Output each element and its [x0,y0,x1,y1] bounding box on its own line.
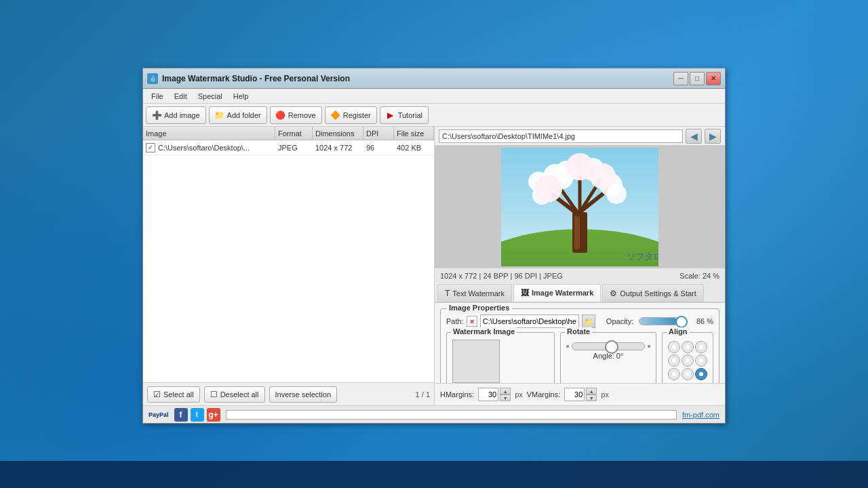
vmargins-label: VMargins: [527,390,561,399]
facebook-icon[interactable]: f [174,408,188,422]
googleplus-icon[interactable]: g+ [207,408,220,422]
opacity-thumb [675,316,688,328]
opacity-slider[interactable] [639,317,684,325]
register-icon: 🔶 [331,110,340,120]
hmargins-px-label: px [515,390,523,399]
preview-image: ソフタロウ [501,148,658,266]
add-image-button[interactable]: ➕ Add image [146,106,206,124]
output-settings-icon: ⚙ [610,289,617,298]
next-image-button[interactable]: ▶ [705,129,721,144]
image-info-text: 1024 x 772 | 24 BPP | 96 DPI | JPEG [440,272,563,280]
vmargins-spinner-buttons: ▲ ▼ [586,388,597,401]
add-folder-button[interactable]: 📁 Add folder [209,106,267,124]
file-cell-image: ✓ C:\Users\softaro\Desktop\... [143,143,275,152]
table-row[interactable]: ✓ C:\Users\softaro\Desktop\... JPEG 1024… [143,140,434,155]
maximize-button[interactable]: □ [690,72,705,85]
minimize-button[interactable]: ─ [673,72,688,85]
hmargins-down-button[interactable]: ▼ [500,394,511,401]
file-list: ✓ C:\Users\softaro\Desktop\... JPEG 1024… [143,140,434,382]
file-cell-dpi: 96 [363,144,394,152]
tutorial-label: Tutorial [398,111,422,119]
margins-row: HMargins: ▲ ▼ px VMargins: ▲ ▼ [435,383,725,405]
window-title: Image Watermark Studio - Free Personal V… [162,74,673,83]
vmargins-input[interactable] [564,388,585,401]
tab-text-watermark[interactable]: T Text Watermark [437,284,512,302]
vmargins-up-button[interactable]: ▲ [586,388,597,394]
prev-image-button[interactable]: ◀ [686,129,702,144]
watermark-image-preview [452,340,500,383]
main-window: 💧 Image Watermark Studio - Free Personal… [142,68,726,424]
menu-edit[interactable]: Edit [169,91,193,102]
file-path: C:\Users\softaro\Desktop\... [158,144,250,152]
align-cell-2[interactable] [695,341,707,353]
tutorial-button[interactable]: ▶ Tutorial [380,106,429,124]
col-header-image: Image [143,127,275,140]
watermark-image-group: Watermark Image Transparent edges Image … [446,332,555,383]
menu-file[interactable]: File [146,91,169,102]
website-link[interactable]: fm-pdf.com [682,411,719,419]
inverse-selection-button[interactable]: Inverse selection [269,386,338,403]
align-cell-3[interactable] [668,354,680,367]
tab-content-image-watermark: Image Properties Path: ✕ C:\Users\softar… [435,303,725,383]
image-watermark-icon: 🖼 [521,288,529,298]
remove-button[interactable]: 🔴 Remove [270,106,322,124]
text-watermark-icon: T [445,289,450,298]
tab-output-settings-label: Output Settings & Start [620,289,696,298]
image-preview-area: ソフタロウ [435,146,725,268]
svg-text:ソフタロウ: ソフタロウ [627,251,658,262]
align-cell-5[interactable] [695,354,707,367]
svg-point-21 [566,153,593,180]
vmargins-down-button[interactable]: ▼ [586,394,597,401]
align-cell-4[interactable] [682,354,694,367]
tab-image-watermark[interactable]: 🖼 Image Watermark [513,284,601,302]
svg-point-22 [590,163,616,189]
path-browse-button[interactable]: 📁 [582,314,595,328]
twitter-icon[interactable]: t [191,408,204,422]
opacity-label: Opacity: [606,317,633,325]
rotate-track[interactable] [572,342,645,350]
align-title: Align [667,327,690,336]
page-count: 1 / 1 [416,390,430,399]
register-button[interactable]: 🔶 Register [325,106,377,124]
hmargins-spinner: ▲ ▼ [478,388,511,401]
file-cell-size: 402 KB [394,144,434,152]
add-image-label: Add image [164,111,200,119]
align-cell-7[interactable] [682,368,694,380]
close-button[interactable]: ✕ [706,72,721,85]
path-clear-button[interactable]: ✕ [467,316,477,327]
hmargins-up-button[interactable]: ▲ [500,388,511,394]
image-properties-title: Image Properties [446,304,512,312]
align-cell-6[interactable] [668,368,680,380]
menu-special[interactable]: Special [193,91,228,102]
toolbar: ➕ Add image 📁 Add folder 🔴 Remove 🔶 Regi… [143,104,725,127]
deselect-all-button[interactable]: ☐ Deselect all [204,386,265,403]
align-cell-8[interactable] [695,368,707,380]
file-checkbox[interactable]: ✓ [146,143,155,152]
vmargins-px-label: px [601,390,609,399]
tab-text-watermark-label: Text Watermark [452,289,505,298]
hmargins-spinner-buttons: ▲ ▼ [500,388,511,401]
register-label: Register [343,111,371,119]
image-info-bar: 1024 x 772 | 24 BPP | 96 DPI | JPEG Scal… [435,268,725,283]
file-panel: Image Format Dimensions DPI File size ✓ … [143,127,435,405]
paypal-icon[interactable]: PayPal [149,411,169,418]
align-cell-1[interactable] [682,341,694,353]
path-input[interactable]: C:\Users\softaro\Desktop\he [480,314,579,328]
tutorial-icon: ▶ [386,110,395,120]
align-cell-0[interactable] [668,341,680,353]
rotate-group: Rotate Angle: 0° [560,332,656,383]
check-icon: ✓ [148,144,153,151]
tab-output-settings[interactable]: ⚙ Output Settings & Start [602,284,704,302]
select-all-button[interactable]: ☑ Select all [147,386,200,403]
title-bar: 💧 Image Watermark Studio - Free Personal… [143,68,725,89]
app-icon: 💧 [147,73,158,84]
hmargins-input[interactable] [478,388,498,401]
taskbar [0,461,868,488]
rotate-slider-area [566,342,650,350]
tab-image-watermark-label: Image Watermark [532,289,593,297]
opacity-slider-fill [639,318,677,325]
add-folder-label: Add folder [227,111,261,119]
col-header-dpi: DPI [363,127,394,140]
menu-help[interactable]: Help [228,91,254,102]
file-cell-format: JPEG [275,144,313,152]
